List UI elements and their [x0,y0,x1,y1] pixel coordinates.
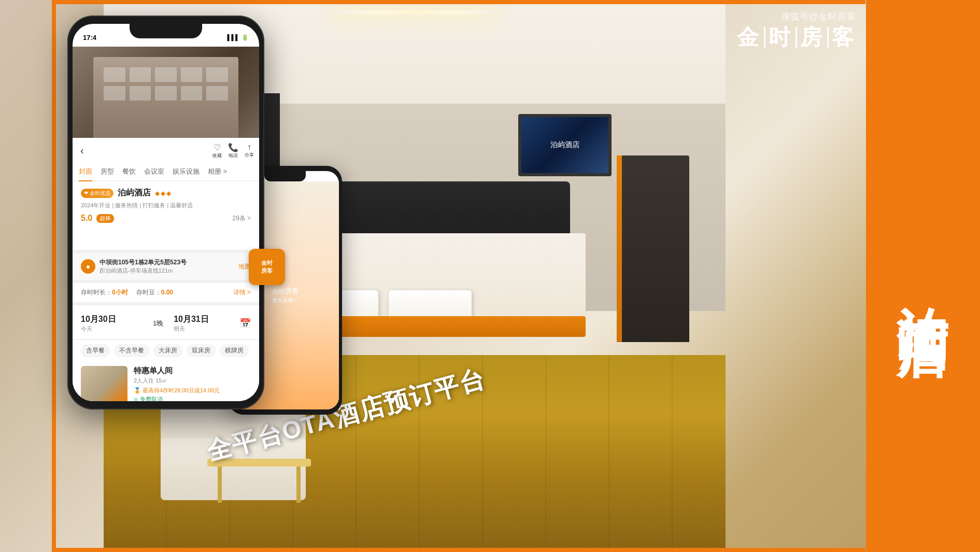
phone-icon[interactable]: 📞 电话 [228,143,238,159]
table-leg-right [296,466,301,503]
points-section: 存时时长：0小时 存时豆：0.00 详情 > [73,283,259,305]
filter-big-bed[interactable]: 大床房 [153,344,182,357]
tv-text: 泊屿酒店 [550,140,579,150]
hotel-window [206,86,228,101]
checkout-date-label: 10月31日 [174,314,235,325]
hotel-building [93,57,238,140]
rating-score: 5.0 [81,214,92,223]
hotel-window [104,67,125,82]
hotel-info: ❤ 金时优选 泊屿酒店 ◆ ◆ ◆ 2024年开业 | 服务热情 | 打扫服务 … [73,181,259,234]
checkin-day: 今天 [81,325,143,333]
star-3: ◆ [166,190,171,197]
badge-line2: 房客 [261,267,273,275]
date-row: 10月30日 今天 1晚 10月31日 明天 📅 [81,314,251,333]
filter-no-breakfast[interactable]: 不含早餐 [114,344,149,357]
share-icon[interactable]: ↑ 分享 [245,143,254,159]
phone-mockup-main: 17:4 ▌▌▌ 🔋 [67,16,264,409]
brand-sep-3 [827,27,829,48]
location-row: ● 中坝街105号1栋2单元5层523号 距泊屿酒店-停车场直线121m 地图 [81,258,251,275]
brand-header: 搜狐号@金时房客 金 时 房 客 [737,10,856,52]
hotel-window [155,67,177,82]
left-border [52,0,56,552]
badge-line1: 金时 [261,259,273,267]
table-area [207,459,311,511]
calendar-icon[interactable]: 📅 [239,318,251,329]
room-capacity: 2人入住 15㎡ [134,377,251,385]
jinshi-badge: 金时 房客 [249,249,285,285]
hotel-window [155,86,177,101]
wifi-icon: 🔋 [242,34,249,41]
filter-chess-room[interactable]: 棋牌房 [220,344,249,357]
phone-screen: 17:4 ▌▌▌ 🔋 [73,24,259,401]
checkout-day: 明天 [174,325,235,333]
checkout-date: 10月31日 明天 [174,314,235,333]
nights-count: 1晚 [147,319,169,328]
points-beans: 存时豆：0.00 [136,288,173,297]
star-1: ◆ [155,190,160,197]
hotel-desc: 2024年开业 | 服务热情 | 打扫服务 | 温馨舒适 [81,202,251,209]
top-border [52,0,865,4]
room-info: 特惠单人间 2人入住 15㎡ 🏅 最高得4存时28.00豆或14.00元 ⊙ 免… [134,366,251,401]
room-type: 特惠单人间 [134,366,251,376]
hotel-window [130,67,151,82]
hotel-name-row: ❤ 金时优选 泊屿酒店 ◆ ◆ ◆ [81,188,251,199]
hotel-window [181,67,203,82]
phone-body: 17:4 ▌▌▌ 🔋 [67,16,264,409]
hotel-window [104,86,125,101]
points-duration: 存时时长：0小时 [81,288,128,297]
hotel-name: 泊屿酒店 [118,188,151,199]
door-accent [617,155,622,342]
tab-room[interactable]: 房型 [101,163,114,180]
location-icon: ● [81,259,95,274]
hotel-image [73,47,259,140]
brand-char-3: 房 [800,23,824,52]
tab-dining[interactable]: 餐饮 [122,163,136,180]
room-card-inner: 2 特惠单人间 2人入住 15㎡ 🏅 最高得4存时28.00豆或14.00元 ⊙… [81,366,251,401]
review-count[interactable]: 29条 > [232,214,251,223]
gold-badge: ❤ 金时优选 [81,189,113,198]
tab-cover[interactable]: 封面 [79,163,92,180]
brand-char-2: 时 [769,23,792,52]
room-bonus: 🏅 最高得4存时28.00豆或14.00元 [134,387,251,394]
points-detail[interactable]: 详情 > [233,288,251,297]
filter-breakfast[interactable]: 含早餐 [81,344,110,357]
brand-char-1: 金 [737,23,761,52]
status-time: 17:4 [83,34,96,41]
tv-screen: 泊屿酒店 [518,114,612,176]
hotel-windows [104,67,228,119]
phone2-content: 金时房客爱水在线一 [272,287,299,304]
collect-icon[interactable]: ♡ 收藏 [212,143,222,159]
location-distance: 距泊屿酒店-停车场直线121m [100,267,234,275]
phone-nav: ‹ ♡ 收藏 📞 电话 ↑ 分享 [73,138,259,164]
nav-icons: ♡ 收藏 📞 电话 ↑ 分享 [212,143,254,159]
tab-gallery[interactable]: 相册 > [208,163,227,180]
phone-tabs: 封面 房型 餐饮 会议室 娱乐设施 相册 > [73,163,259,181]
sohu-label: 搜狐号@金时房客 [737,10,856,23]
hotel-window [206,67,228,82]
star-2: ◆ [161,190,165,197]
door-area [617,155,700,352]
brand-name: 金 时 房 客 [737,23,856,52]
checkin-date: 10月30日 今天 [81,314,143,333]
location-text: 中坝街105号1栋2单元5层523号 距泊屿酒店-停车场直线121m [100,258,234,275]
location-section: ● 中坝街105号1栋2单元5层523号 距泊屿酒店-停车场直线121m 地图 [73,250,259,283]
brand-sep-1 [764,27,765,48]
back-button[interactable]: ‹ [78,142,87,159]
door [617,155,689,342]
status-icons: ▌▌▌ 🔋 [228,34,249,41]
bottom-border [52,548,865,552]
date-section[interactable]: 10月30日 今天 1晚 10月31日 明天 📅 [73,308,259,342]
status-bar: 17:4 ▌▌▌ 🔋 [73,24,259,47]
room-card: 2 特惠单人间 2人入住 15㎡ 🏅 最高得4存时28.00豆或14.00元 ⊙… [73,360,259,401]
rating-label: 超棒 [96,214,114,223]
ceiling-light [337,10,492,15]
tab-meeting[interactable]: 会议室 [144,163,164,180]
rating-row: 5.0 超棒 29条 > [81,214,251,223]
room-thumbnail: 2 [81,366,127,401]
room-cancel: ⊙ 免费取消 [134,395,251,401]
location-address: 中坝街105号1栋2单元5层523号 [100,258,234,267]
tab-facilities[interactable]: 娱乐设施 [173,163,200,180]
sidebar-title: 泊屿酒店 [897,266,949,287]
filter-twin-bed[interactable]: 双床房 [187,344,216,357]
checkin-date-label: 10月30日 [81,314,143,325]
